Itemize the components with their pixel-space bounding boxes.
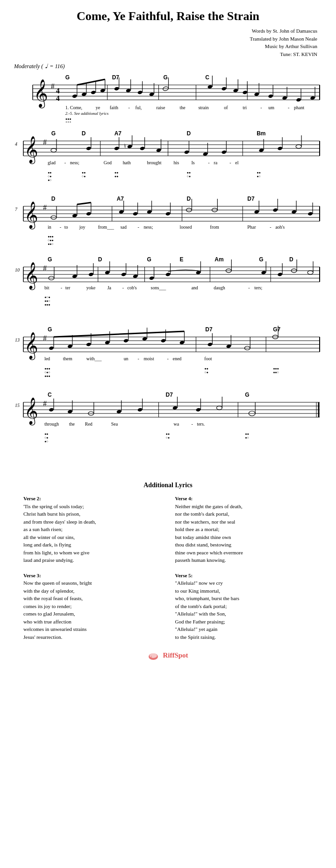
svg-text:ters;: ters; (254, 285, 262, 290)
attribution-line1: Words by St. John of Damascus (14, 27, 317, 35)
svg-point-24 (100, 88, 105, 92)
svg-text:-: - (138, 356, 139, 361)
svg-text:𝄞: 𝄞 (24, 398, 38, 426)
verse-3: Verse 3: Now the queen of seasons, brigh… (23, 572, 161, 641)
svg-text:ness;: ness; (70, 160, 79, 165)
svg-point-33 (149, 92, 154, 96)
svg-text:15: 15 (15, 403, 20, 408)
svg-text:yoke: yoke (86, 285, 96, 290)
svg-text:𝄞: 𝄞 (24, 136, 38, 164)
svg-text:and: and (191, 285, 198, 290)
verse-4-line-3: nor the watchers, nor the seal (175, 518, 313, 526)
svg-text:●●: ●● (114, 171, 118, 175)
svg-text:4: 4 (15, 141, 17, 147)
svg-text:●●: ●● (48, 171, 51, 175)
svg-point-277 (49, 346, 54, 350)
svg-text:God: God (104, 160, 112, 165)
svg-text:G: G (51, 130, 56, 137)
verse-5-line-4: of the tomb's dark portal; (175, 602, 313, 610)
svg-text:the: the (69, 421, 75, 427)
attribution-line2: Translated by John Mason Neale (14, 35, 317, 43)
svg-point-164 (133, 211, 138, 216)
svg-point-111 (277, 146, 282, 150)
svg-point-346 (196, 407, 201, 412)
svg-text:raise: raise (157, 105, 165, 110)
svg-text:D: D (289, 256, 293, 263)
svg-point-283 (105, 340, 110, 344)
svg-text:Am: Am (214, 256, 223, 263)
verse-4: Verse 4: Neither might the gates of deat… (175, 495, 313, 564)
footer-logo: ♪ RiffSpot (14, 650, 322, 661)
svg-point-41 (233, 88, 238, 92)
svg-text:○●: ○● (204, 371, 208, 374)
svg-text:2.-5. See additional lyrics: 2.-5. See additional lyrics (65, 111, 109, 116)
svg-text:el: el (235, 160, 238, 165)
svg-point-227 (121, 272, 126, 276)
staff-section-2: 4 𝄞 # G D A7 D Bm (14, 127, 322, 188)
verse-4-title: Verse 4: (175, 495, 313, 503)
svg-point-178 (291, 210, 296, 214)
svg-point-348 (216, 406, 222, 410)
svg-text:●●●: ●●● (44, 303, 50, 307)
staff-svg-6: 15 𝄞 # C D7 G (14, 388, 322, 449)
svg-text:D7: D7 (112, 74, 120, 81)
svg-text:moist: moist (144, 356, 154, 361)
svg-point-176 (272, 208, 278, 212)
svg-text:○●○: ○●○ (44, 371, 50, 374)
svg-text:in: in (48, 224, 51, 230)
attribution: Words by St. John of Damascus Translated… (14, 27, 322, 58)
svg-point-101 (156, 148, 161, 152)
verse-3-line-5: comes to glad Jerusalem, (23, 610, 161, 618)
svg-point-22 (91, 90, 96, 94)
svg-text:-: - (288, 105, 289, 110)
svg-point-166 (147, 210, 152, 214)
staff-lines-1: 𝄞 4 4 # G D7 G C (33, 74, 320, 109)
svg-text:♪: ♪ (150, 655, 152, 658)
verse-4-line-7: thine own peace which evermore (175, 549, 313, 557)
svg-text:-: - (167, 356, 169, 361)
verse-2-line-7: from his light, to whom we give (23, 549, 161, 557)
verse-5-line-5: "Alleluia!" with the Son, (175, 610, 313, 618)
svg-text:●○: ●○ (48, 178, 51, 182)
svg-point-45 (254, 92, 259, 96)
staff-section-6: 15 𝄞 # C D7 G (14, 388, 322, 449)
svg-text:4: 4 (56, 94, 60, 102)
svg-text:ters.: ters. (197, 421, 205, 427)
svg-text:●●: ●● (44, 432, 48, 436)
svg-text:4: 4 (56, 87, 60, 95)
svg-text:𝄞: 𝄞 (24, 202, 38, 230)
verse-4-line-8: passeth human knowing. (175, 556, 313, 564)
svg-text:●●○: ●●○ (44, 299, 50, 303)
svg-point-94 (114, 146, 119, 150)
svg-text:●●: ●● (166, 432, 170, 436)
svg-point-279 (67, 344, 72, 348)
verse-4-line-5: but today amidst thine own (175, 533, 313, 541)
svg-text:to: to (64, 224, 68, 230)
verse-3-line-3: with the royal feast of feasts, (23, 595, 161, 602)
verses-grid: Verse 2: 'Tis the spring of souls today;… (23, 495, 313, 641)
svg-text:●○: ●○ (257, 175, 260, 178)
svg-text:●●: ●● (204, 367, 208, 371)
attribution-line4: Tune: ST. KEVIN (14, 50, 317, 58)
svg-text:D: D (186, 130, 191, 137)
svg-point-113 (296, 145, 301, 148)
svg-point-92 (86, 146, 91, 150)
verse-5-line-7: "Alleluia!" yet again (175, 625, 313, 633)
svg-text:G: G (164, 74, 168, 81)
verse-2-line-8: laud and praise undying. (23, 556, 161, 564)
staff-svg-5: 13 𝄞 # G D7 G7 (14, 323, 322, 384)
tempo-marking: Moderately ( ♩ = 116) (14, 63, 322, 70)
svg-point-20 (81, 92, 86, 96)
svg-text:Sea: Sea (111, 421, 118, 427)
verse-5-line-3: who, triumphant, burst the bars (175, 595, 313, 602)
svg-text:cob's: cob's (128, 285, 137, 290)
svg-text:●●○: ●●○ (273, 371, 279, 374)
svg-point-39 (222, 86, 227, 91)
riffspot-icon: ♪ (148, 650, 159, 661)
svg-text:♮: ♮ (124, 143, 126, 150)
svg-text:Ja: Ja (107, 285, 112, 290)
svg-point-287 (142, 336, 147, 341)
svg-text:G: G (147, 256, 151, 263)
svg-point-342 (137, 407, 143, 412)
svg-text:G7: G7 (273, 326, 280, 333)
